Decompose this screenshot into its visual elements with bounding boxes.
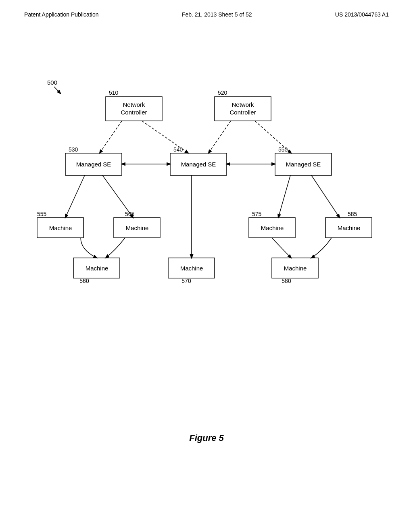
nc520-label-line2: Controller	[229, 109, 256, 116]
m560-number: 560	[79, 278, 89, 284]
m585-label: Machine	[338, 224, 361, 231]
page-header: Patent Application Publication Feb. 21, …	[0, 0, 413, 18]
header-left: Patent Application Publication	[24, 11, 98, 18]
m555-to-m560	[81, 238, 97, 258]
se550-to-m575	[278, 175, 290, 218]
nc520-to-se550	[255, 121, 291, 153]
se550-number: 550	[278, 146, 288, 153]
figure-caption: Figure 5	[0, 433, 413, 443]
label-500: 500	[47, 79, 57, 86]
m585-to-m580	[311, 238, 332, 258]
nc520-to-se540	[209, 121, 231, 153]
header-center: Feb. 21, 2013 Sheet 5 of 52	[182, 11, 252, 18]
m570-number: 570	[181, 278, 191, 284]
m580-number: 580	[282, 278, 291, 284]
se530-to-m565	[102, 175, 133, 218]
m555-label: Machine	[49, 224, 72, 231]
se530-label: Managed SE	[76, 161, 111, 168]
m580-label: Machine	[284, 265, 307, 272]
m575-to-m580	[272, 238, 291, 258]
m575-label: Machine	[261, 224, 284, 231]
m585-number: 585	[348, 211, 357, 217]
nc510-number: 510	[109, 89, 119, 96]
m570-label: Machine	[180, 265, 203, 272]
m560-label: Machine	[86, 265, 108, 272]
se550-label: Managed SE	[286, 161, 321, 168]
diagram-area: 500 Network Controller 510 Network Contr…	[0, 73, 413, 322]
m565-to-m560	[106, 238, 125, 258]
se530-number: 530	[69, 146, 78, 153]
se540-label: Managed SE	[181, 161, 216, 168]
diagram-svg: 500 Network Controller 510 Network Contr…	[25, 73, 388, 322]
nc510-to-se530	[100, 121, 122, 153]
m565-number: 565	[125, 211, 135, 217]
se530-to-m555	[65, 175, 85, 218]
nc510-label-line2: Controller	[121, 109, 147, 116]
nc510-label-line1: Network	[123, 101, 145, 108]
figure-caption-text: Figure 5	[189, 433, 224, 443]
nc520-number: 520	[218, 89, 227, 96]
header-right: US 2013/0044763 A1	[335, 11, 389, 18]
m575-number: 575	[252, 211, 262, 217]
se540-number: 540	[173, 146, 183, 153]
nc520-label-line1: Network	[232, 101, 254, 108]
m555-number: 555	[37, 211, 47, 217]
se550-to-m585	[311, 175, 340, 218]
svg-line-0	[54, 87, 60, 94]
m565-label: Machine	[126, 224, 149, 231]
